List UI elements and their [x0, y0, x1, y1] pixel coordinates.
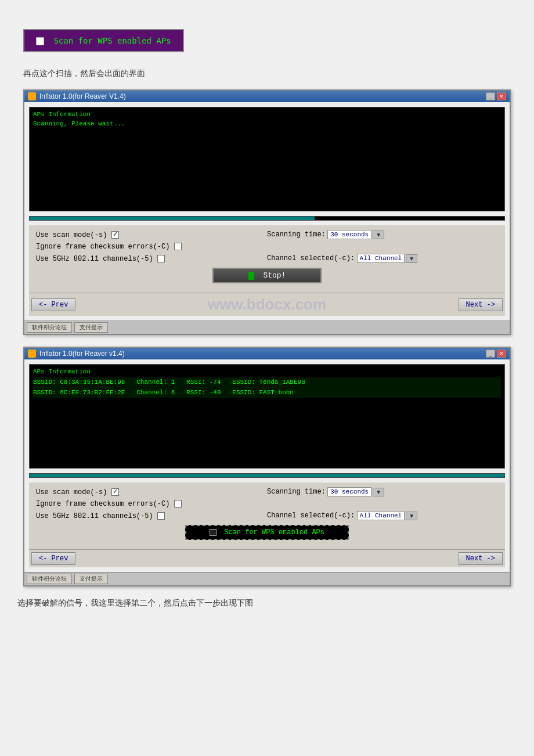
window2-channel-selected-label: Channel selected(-c): — [267, 512, 355, 520]
window1-controls: _ ✕ — [486, 92, 506, 100]
scan-button-label: Scan for WPS enabled APs — [53, 36, 171, 45]
window2-terminal: APs Information BSSID: C8:3A:35:1A:BE:98… — [29, 364, 505, 469]
ap-info-label-2: APs Information — [33, 368, 501, 375]
window2-bottombar-item2[interactable]: 支付提示 — [74, 574, 108, 584]
window2-ignore-checksum-left: Ignore frame checksum errors(-C) — [36, 499, 267, 508]
channel-selected-right: Channel selected(-c): All Channel ▼ — [267, 254, 498, 263]
window2-controls-area: Use scan mode(-s) Scanning time: 30 seco… — [29, 483, 505, 549]
bssid-row-1[interactable]: BSSID: C8:3A:35:1A:BE:98 Channel: 1 RSSI… — [33, 377, 501, 388]
ignore-checksum-row: Ignore frame checksum errors(-C) — [36, 242, 498, 251]
window2-scanning-time-dropdown[interactable]: 30 seconds — [327, 487, 371, 496]
top-section: Scan for WPS enabled APs 再点这个扫描，然后会出面的界面 — [12, 12, 522, 89]
bssid-1: BSSID: C8:3A:35:1A:BE:98 — [33, 379, 125, 386]
scan-mode-label: Use scan mode(-s) — [36, 231, 107, 239]
essid-2: ESSID: FAST bnbn — [232, 389, 294, 396]
channel-dropdown[interactable]: All Channel — [357, 254, 405, 263]
green-indicator — [248, 272, 254, 280]
window2-channel-selected-right: Channel selected(-c): All Channel ▼ — [267, 511, 498, 520]
window1-terminal: APs Information Scanning, Please wait... — [29, 107, 505, 211]
window1-bottombar-item2[interactable]: 支付提示 — [74, 322, 108, 333]
rssi-1: RSSI: -74 — [186, 379, 221, 386]
window1-title: Inflator 1.0(for Reaver V1.4) — [39, 92, 126, 100]
essid-1: ESSID: Tenda_1ABE98 — [232, 379, 305, 386]
bssid-row-2[interactable]: BSSID: 6C:E8:73:B2:FE:2E Channel: 6 RSSI… — [33, 388, 501, 398]
window2-scanning-time-right: Scanning time: 30 seconds ▼ — [267, 487, 498, 496]
scan-mode-checkbox[interactable] — [111, 231, 119, 239]
use-5ghz-checkbox[interactable] — [157, 255, 165, 262]
window2-bottombar-item1[interactable]: 软件积分论坛 — [27, 574, 72, 584]
window1-titlebar: Inflator 1.0(for Reaver V1.4) _ ✕ — [24, 91, 510, 102]
stop-button[interactable]: Stop! — [212, 268, 322, 283]
stop-btn-row: Stop! — [36, 268, 498, 283]
window2-ignore-checksum-label: Ignore frame checksum errors(-C) — [36, 500, 169, 508]
window2-close-button[interactable]: ✕ — [497, 350, 506, 358]
scan-mode-left: Use scan mode(-s) — [36, 231, 267, 239]
window1-body: APs Information Scanning, Please wait...… — [24, 102, 510, 334]
scanning-time-arrow[interactable]: ▼ — [373, 231, 384, 239]
rssi-2: RSSI: -48 — [186, 389, 221, 396]
window2-progress-bar-fill — [30, 474, 504, 477]
use-5ghz-row: Use 5GHz 802.11 channels(-5) Channel sel… — [36, 254, 498, 263]
scanning-time-dropdown[interactable]: 30 seconds — [327, 230, 371, 239]
window2-scanning-time-arrow[interactable]: ▼ — [373, 488, 384, 496]
window1: Inflator 1.0(for Reaver V1.4) _ ✕ APs In… — [23, 89, 511, 335]
ignore-checksum-label: Ignore frame checksum errors(-C) — [36, 243, 169, 251]
window1-nav-row: <- Prev www.bdocx.com Next -> — [29, 293, 505, 316]
window1-icon — [28, 92, 36, 100]
window1-content: APs Information Scanning, Please wait...… — [24, 102, 510, 321]
window2-use-5ghz-label: Use 5GHz 802.11 channels(-5) — [36, 512, 153, 520]
window2-channel-dropdown[interactable]: All Channel — [357, 511, 405, 520]
window2-icon — [28, 350, 36, 358]
window2-next-button[interactable]: Next -> — [459, 552, 503, 565]
window2-use-5ghz-row: Use 5GHz 802.11 channels(-5) Channel sel… — [36, 511, 498, 520]
window1-next-button[interactable]: Next -> — [459, 298, 503, 311]
scanning-text: Scanning, Please wait... — [33, 120, 501, 127]
window2-controls: _ ✕ — [486, 350, 506, 358]
window2-content: APs Information BSSID: C8:3A:35:1A:BE:98… — [24, 359, 510, 572]
window2-nav-row: <- Prev Next -> — [29, 549, 505, 567]
window2-channel-arrow[interactable]: ▼ — [406, 512, 417, 520]
window2-use-5ghz-checkbox[interactable] — [157, 512, 165, 520]
window1-prev-button[interactable]: <- Prev — [31, 298, 75, 311]
window2-bottombar: 软件积分论坛 支付提示 — [24, 572, 510, 585]
window2-scan-mode-row: Use scan mode(-s) Scanning time: 30 seco… — [36, 487, 498, 496]
window2-scan-mode-left: Use scan mode(-s) — [36, 488, 267, 496]
scanning-time-right: Scanning time: 30 seconds ▼ — [267, 230, 498, 239]
use-5ghz-left: Use 5GHz 802.11 channels(-5) — [36, 254, 267, 263]
window2-ignore-checksum-row: Ignore frame checksum errors(-C) — [36, 499, 498, 508]
scan-ap-btn-row: Scan for WPS enabled APs — [36, 525, 498, 540]
scan-checkbox-icon — [36, 37, 44, 45]
channel-selected-label: Channel selected(-c): — [267, 254, 355, 262]
window2: Inflator 1.0(for Reaver v1.4) _ ✕ APs In… — [23, 347, 511, 586]
scan-wps-button[interactable]: Scan for WPS enabled APs — [23, 29, 184, 52]
bssid-2: BSSID: 6C:E8:73:B2:FE:2E — [33, 389, 125, 396]
window2-minimize-button[interactable]: _ — [486, 350, 495, 358]
window1-bottombar-item1[interactable]: 软件积分论坛 — [27, 322, 72, 333]
close-button[interactable]: ✕ — [497, 92, 506, 100]
ignore-checksum-left: Ignore frame checksum errors(-C) — [36, 242, 267, 251]
window2-title: Inflator 1.0(for Reaver v1.4) — [39, 350, 125, 358]
window2-scanning-time-label: Scanning time: — [267, 488, 326, 496]
channel-arrow[interactable]: ▼ — [406, 254, 417, 263]
minimize-button[interactable]: _ — [486, 92, 495, 100]
window2-ignore-checksum-checkbox[interactable] — [174, 500, 182, 507]
channel-2: Channel: 6 — [136, 389, 175, 396]
window2-scan-mode-label: Use scan mode(-s) — [36, 488, 107, 496]
window2-prev-button[interactable]: <- Prev — [31, 552, 75, 565]
window2-use-5ghz-left: Use 5GHz 802.11 channels(-5) — [36, 512, 267, 520]
window2-scan-mode-checkbox[interactable] — [111, 488, 119, 496]
window1-controls-area: Use scan mode(-s) Scanning time: 30 seco… — [29, 225, 505, 293]
scan-ap-button-label: Scan for WPS enabled APs — [224, 528, 324, 537]
watermark-1: www.bdocx.com — [208, 296, 326, 314]
window2-progress-bar-container — [29, 473, 505, 478]
ignore-checksum-checkbox[interactable] — [174, 243, 182, 250]
scan-ap-checkbox-icon — [210, 529, 217, 536]
scan-mode-row: Use scan mode(-s) Scanning time: 30 seco… — [36, 230, 498, 239]
progress-bar-container — [29, 216, 505, 221]
intro-text: 再点这个扫描，然后会出面的界面 — [23, 69, 511, 79]
progress-bar-fill — [30, 217, 315, 220]
scan-ap-button[interactable]: Scan for WPS enabled APs — [185, 525, 349, 540]
scanning-time-label: Scanning time: — [267, 231, 326, 239]
window2-titlebar: Inflator 1.0(for Reaver v1.4) _ ✕ — [24, 348, 510, 359]
bottom-text: 选择要破解的信号，我这里选择第二个，然后点击下一步出现下图 — [12, 598, 522, 609]
